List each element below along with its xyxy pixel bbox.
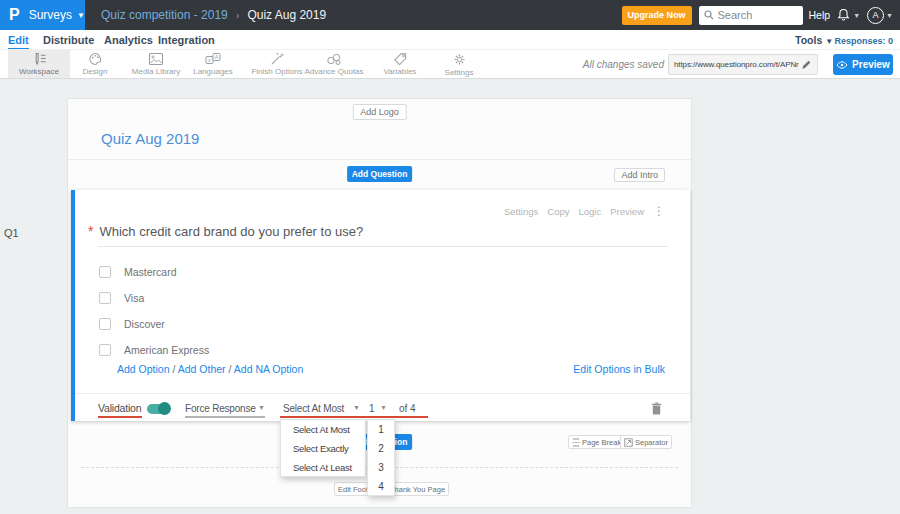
option-links-row: Add Option / Add Other / Add NA Option: [117, 363, 303, 375]
menu-item-select-at-least[interactable]: Select At Least: [281, 458, 365, 477]
logo-area[interactable]: P Surveys ▼: [0, 0, 85, 30]
question-text[interactable]: Which credit card brand do you prefer to…: [99, 224, 363, 239]
validation-toggle[interactable]: [147, 404, 169, 414]
edit-pencil-icon[interactable]: [801, 59, 812, 70]
bell-icon: [836, 7, 851, 23]
option-label[interactable]: Discover: [124, 318, 165, 330]
quotas-icon: [326, 52, 342, 66]
option-row-visa: Visa: [99, 291, 144, 305]
page-break-button[interactable]: Page Break: [568, 435, 625, 449]
breadcrumb-separator: ›: [236, 9, 240, 21]
question-preview-link[interactable]: Preview: [610, 206, 644, 217]
chevron-down-icon: ▼: [77, 11, 85, 20]
question-actions: Settings Copy Logic Preview ⋮: [504, 204, 665, 218]
menu-item-select-exactly[interactable]: Select Exactly: [281, 439, 365, 458]
force-response-dropdown[interactable]: Force Response: [185, 403, 256, 414]
help-link[interactable]: Help: [809, 9, 831, 21]
question-number-label: Q1: [4, 227, 19, 239]
tab-distribute[interactable]: Distribute: [43, 34, 94, 46]
menu-item-4[interactable]: 4: [368, 477, 394, 496]
add-other-link[interactable]: Add Other: [178, 363, 226, 375]
option-label[interactable]: Mastercard: [124, 266, 177, 278]
count-dropdown[interactable]: 1: [369, 403, 375, 414]
option-label[interactable]: Visa: [124, 292, 144, 304]
responses-count[interactable]: Responses: 0: [834, 36, 893, 46]
survey-title[interactable]: Quiz Aug 2019: [101, 130, 199, 147]
eye-icon: [836, 61, 848, 69]
checkbox[interactable]: [99, 266, 111, 278]
checkbox[interactable]: [99, 292, 111, 304]
topbar-right: Upgrade Now Search Help ▼ A ▼: [622, 6, 900, 25]
add-option-link[interactable]: Add Option: [117, 363, 170, 375]
svg-text:x: x: [208, 57, 211, 63]
question-block: Settings Copy Logic Preview ⋮ * Which cr…: [71, 190, 690, 421]
tools-caret-icon: ▼: [825, 37, 833, 46]
toolbar-item-languages[interactable]: xA Languages: [178, 50, 248, 78]
tools-menu[interactable]: Tools ▼: [795, 34, 833, 46]
menu-item-3[interactable]: 3: [368, 458, 394, 477]
add-question-button-top[interactable]: Add Question: [347, 166, 413, 182]
top-bar: P Surveys ▼ Quiz competition - 2019 › Qu…: [0, 0, 900, 30]
breadcrumb-survey[interactable]: Quiz competition - 2019: [101, 8, 228, 22]
rule-dropdown[interactable]: Select At Most: [283, 403, 344, 414]
search-input[interactable]: Search: [699, 6, 803, 25]
question-logic-link[interactable]: Logic: [578, 206, 601, 217]
toolbar-item-settings[interactable]: Settings: [424, 50, 494, 78]
questionpro-logo: P: [9, 6, 20, 24]
bell-caret-icon[interactable]: ▼: [853, 12, 860, 19]
delete-question-button[interactable]: [651, 402, 662, 415]
section-divider: [68, 159, 691, 160]
palette-icon: [88, 52, 103, 66]
checkbox[interactable]: [99, 318, 111, 330]
question-copy-link[interactable]: Copy: [547, 206, 569, 217]
menu-item-1[interactable]: 1: [368, 420, 394, 439]
questionpro-survey-editor: P Surveys ▼ Quiz competition - 2019 › Qu…: [0, 0, 900, 514]
image-icon: [148, 52, 164, 66]
edit-options-in-bulk-link[interactable]: Edit Options in Bulk: [573, 363, 665, 375]
notifications-bell[interactable]: [836, 7, 851, 23]
breadcrumb-page: Quiz Aug 2019: [247, 8, 326, 22]
tab-analytics[interactable]: Analytics: [104, 34, 153, 46]
save-status: All changes saved: [583, 59, 664, 70]
avatar-caret-icon[interactable]: ▼: [886, 12, 893, 19]
upgrade-now-button[interactable]: Upgrade Now: [622, 6, 692, 25]
option-row-american-express: American Express: [99, 343, 209, 357]
gear-icon: [452, 52, 467, 67]
toggle-knob: [158, 402, 171, 415]
thank-you-page-button[interactable]: Thank You Page: [386, 482, 449, 496]
toolbar-item-design[interactable]: Design: [60, 50, 130, 78]
checkbox[interactable]: [99, 344, 111, 356]
count-caret-icon: ▼: [380, 404, 387, 411]
more-options-icon[interactable]: ⋮: [653, 204, 665, 218]
question-settings-link[interactable]: Settings: [504, 206, 538, 217]
separator-icon: [624, 438, 633, 447]
required-asterisk: *: [88, 224, 93, 239]
add-logo-button[interactable]: Add Logo: [352, 104, 407, 120]
toolbar-item-advance-quotas[interactable]: Advance Quotas: [300, 50, 368, 78]
tab-edit[interactable]: Edit: [8, 34, 29, 49]
search-icon: [704, 10, 714, 20]
tab-integration[interactable]: Integration: [158, 34, 215, 46]
menu-item-select-at-most[interactable]: Select At Most: [281, 420, 365, 439]
svg-text:A: A: [215, 54, 219, 60]
languages-icon: xA: [205, 52, 221, 66]
add-intro-button[interactable]: Add Intro: [614, 168, 665, 182]
survey-url[interactable]: https://www.questionpro.com/t/APNrFZ: [674, 60, 799, 69]
option-label[interactable]: American Express: [124, 344, 209, 356]
add-na-option-link[interactable]: Add NA Option: [234, 363, 303, 375]
option-row-mastercard: Mastercard: [99, 265, 177, 279]
menu-item-2[interactable]: 2: [368, 439, 394, 458]
product-menu[interactable]: Surveys: [29, 8, 72, 22]
trash-icon: [651, 402, 662, 415]
count-dropdown-menu: 1 2 3 4: [367, 419, 395, 496]
of-total-label: of 4: [399, 403, 416, 414]
preview-button[interactable]: Preview: [833, 54, 893, 75]
avatar[interactable]: A: [867, 7, 884, 24]
rule-caret-icon: ▼: [353, 404, 360, 411]
separator-button[interactable]: Separator: [620, 435, 672, 449]
question-divider: [98, 246, 668, 247]
magic-wand-icon: [270, 52, 285, 66]
survey-url-box[interactable]: https://www.questionpro.com/t/APNrFZ: [668, 54, 818, 75]
survey-card: Add Logo Quiz Aug 2019 Add Question Add …: [67, 98, 692, 508]
validation-red-underline: [98, 416, 142, 418]
